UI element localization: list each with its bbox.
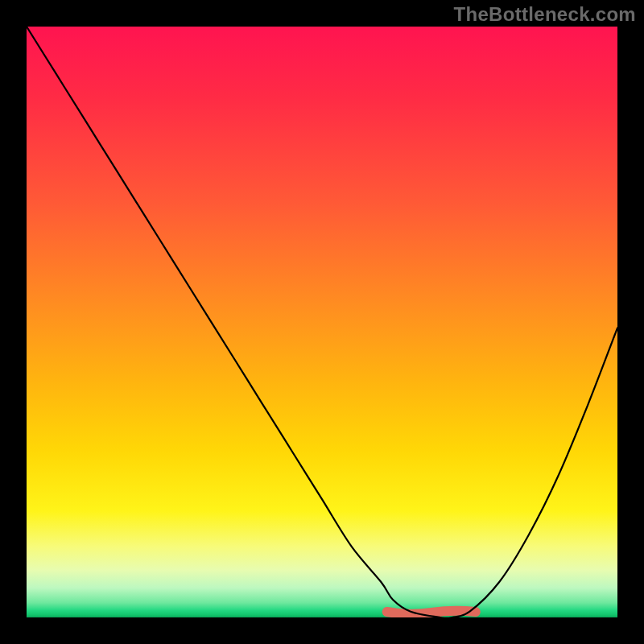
bottleneck-curve bbox=[27, 27, 617, 617]
chart-frame: TheBottleneck.com bbox=[0, 0, 644, 644]
plot-area bbox=[27, 27, 617, 617]
curve-svg bbox=[27, 27, 617, 617]
watermark-text: TheBottleneck.com bbox=[454, 3, 636, 26]
optimal-range-highlight bbox=[387, 611, 476, 614]
